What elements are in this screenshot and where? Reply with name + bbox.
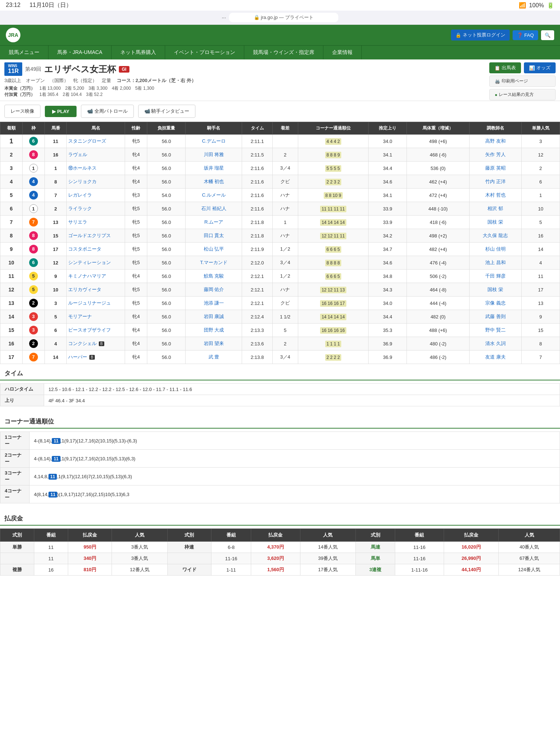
gate-cell: 2	[22, 337, 44, 351]
trainer-link[interactable]: 清水 久詞	[485, 341, 506, 346]
table-row: 12 5 10 エリカヴィータ 牝5 56.0 藤岡 佑介 2:12.1 ハナ …	[0, 283, 560, 297]
horse-link[interactable]: ハーパー	[68, 354, 87, 360]
trainer-link[interactable]: 野中 賢二	[485, 327, 506, 333]
corner-order: 8 8 8 8	[325, 260, 342, 266]
odds-button[interactable]: 📊 オッズ	[524, 62, 556, 73]
jockey-link[interactable]: C.ルメール	[202, 192, 226, 198]
jockey-link[interactable]: 池添 謙一	[204, 300, 224, 306]
info-icon: ●	[495, 92, 497, 97]
horse-link[interactable]: コスタボニータ	[68, 246, 101, 252]
horse-link[interactable]: モリアーナ	[68, 314, 92, 319]
jockey-link[interactable]: 岩田 望来	[204, 341, 224, 346]
halon-label: ハロンタイム	[0, 384, 44, 395]
nav-item-company[interactable]: 企業情報	[323, 46, 362, 59]
wifi-icon: 📶	[519, 2, 526, 9]
gate-badge: 8	[29, 150, 38, 159]
trainer-link[interactable]: 矢作 芳人	[485, 152, 506, 157]
nav-item-menu[interactable]: 競馬メニュー	[0, 46, 48, 59]
horse-link[interactable]: ピースオブザライフ	[68, 327, 111, 333]
result-guide-button[interactable]: ● レース結果の見方	[489, 89, 556, 100]
race-video-button[interactable]: レース映像	[4, 105, 40, 118]
horse-link[interactable]: ⑱ホールネス	[68, 165, 97, 171]
last3f-cell: 34.1	[369, 189, 407, 202]
jockey-link[interactable]: T.マーカンド	[200, 260, 228, 265]
table-row: 10 6 12 シンティレーション 牝5 56.0 T.マーカンド 2:12.0…	[0, 256, 560, 270]
jockey-link[interactable]: 木幡 初也	[204, 179, 224, 184]
trainer-link[interactable]: 木村 哲也	[485, 192, 506, 198]
horse-link[interactable]: シンリョクカ	[68, 179, 97, 184]
jockey-link[interactable]: 石川 裕紀人	[201, 206, 226, 211]
table-row: 13 2 3 ルージュリナージュ 牝5 56.0 池添 謙一 2:12.1 クビ…	[0, 297, 560, 310]
nav-item-event[interactable]: イベント・プロモーション	[165, 46, 244, 59]
horse-link[interactable]: キミノナハマリア	[68, 273, 106, 279]
browser-url[interactable]: 🔒 jra.go.jp — プライベート	[229, 13, 338, 22]
horse-link[interactable]: ゴールドエクリプス	[68, 233, 111, 238]
trainer-link[interactable]: 友道 康夫	[485, 354, 506, 360]
gate-badge: 6	[29, 137, 38, 146]
patrol-button[interactable]: 📹 全周パトロール	[81, 105, 134, 118]
col-popularity2: 人気	[112, 529, 167, 542]
trainer-link[interactable]: 竹内 正洋	[485, 179, 506, 184]
trainer-link[interactable]: 相沢 郁	[487, 206, 503, 211]
horse-link[interactable]: サリエラ	[68, 219, 87, 225]
jockey-link[interactable]: R.ムーア	[204, 219, 223, 225]
umahyo-button[interactable]: 📋 出馬表	[489, 62, 521, 73]
trainer-link[interactable]: 千田 輝彦	[485, 273, 506, 279]
jockey-link[interactable]: 坂井 瑠星	[204, 165, 224, 171]
print-button[interactable]: 🖨️ 印刷用ページ	[489, 76, 556, 87]
horse-link[interactable]: レガレイラ	[68, 192, 92, 198]
trainer-link[interactable]: 池上 昌和	[485, 260, 506, 265]
jockey-link[interactable]: 団野 大成	[204, 327, 224, 333]
jockey-link[interactable]: 藤岡 佑介	[204, 287, 224, 292]
horse-link[interactable]: スタニングローズ	[68, 138, 106, 144]
nav-item-baken[interactable]: 馬券・JRA-UMACA	[48, 46, 112, 59]
jockey-link[interactable]: 田口 貫太	[204, 233, 224, 238]
horse-name-cell: ラヴェル	[67, 148, 125, 162]
time-cell: 2:11.6	[242, 202, 272, 216]
trainer-link[interactable]: 杉山 佳明	[485, 246, 506, 252]
jockey-link[interactable]: 武 豊	[209, 354, 219, 360]
jockey-link[interactable]: 松山 弘平	[204, 246, 224, 252]
trainer-link[interactable]: 大久保 龍志	[483, 233, 508, 238]
faq-button[interactable]: ❓ FAQ	[513, 30, 538, 40]
popularity-cell: 10	[521, 202, 560, 216]
trainer-link[interactable]: 宗像 義忠	[485, 300, 506, 306]
horse-link[interactable]: ルージュリナージュ	[68, 300, 111, 306]
sex-age-cell: 牝5	[125, 283, 147, 297]
play-button[interactable]: ▶ PLAY	[45, 106, 77, 117]
corner-row: 3コーナー 4,14,8,11,1(9,17)(12,16)7(2,10,15)…	[0, 468, 560, 485]
weight-cell: 56.0	[147, 297, 186, 310]
trainer-link[interactable]: 国枝 栄	[487, 287, 503, 292]
trainer-link[interactable]: 藤原 英昭	[485, 165, 506, 171]
weight-cell: 56.0	[147, 324, 186, 337]
nav-item-venue[interactable]: 競馬場・ウインズ・指定席	[244, 46, 323, 59]
jockey-link[interactable]: 岩田 康誠	[204, 314, 224, 319]
trainer-link[interactable]: 国枝 栄	[487, 219, 503, 225]
horse-num-cell: 16	[44, 148, 67, 162]
jockey-interview-button[interactable]: 📹 騎手インタビュー	[138, 105, 196, 118]
horse-link[interactable]: エリカヴィータ	[68, 287, 101, 292]
rank-cell: 15	[0, 324, 23, 337]
trainer-link[interactable]: 高野 友和	[485, 138, 506, 144]
login-button[interactable]: 🔒 ネット投票ログイン	[451, 30, 510, 40]
nav-item-purchase[interactable]: ネット馬券購入	[112, 46, 165, 59]
trainer-cell: 藤原 英昭	[469, 162, 521, 175]
table-row: 5 4 7 レガレイラ 牝3 54.0 C.ルメール 2:11.6 ハナ 8 8…	[0, 189, 560, 202]
race-round-badge: WIN5 11R	[4, 62, 22, 76]
jockey-link[interactable]: 鮫島 克駿	[204, 273, 224, 279]
num3: 11-16	[395, 553, 444, 564]
horse-link[interactable]: ラヴェル	[68, 152, 87, 157]
trainer-link[interactable]: 武藤 善則	[485, 314, 506, 319]
horse-num-cell: 2	[44, 202, 67, 216]
horse-link[interactable]: コンクシェル	[68, 341, 97, 346]
jockey-cell: 岩田 康誠	[186, 310, 242, 324]
horse-name-cell: ルージュリナージュ	[67, 297, 125, 310]
horse-link[interactable]: ライラック	[68, 206, 92, 211]
last3f-cell: 34.4	[369, 162, 407, 175]
corner-section-title: コーナー通過順位	[0, 412, 560, 429]
jockey-link[interactable]: 川田 将雅	[204, 152, 224, 157]
body-weight-cell: 444 (-4)	[407, 297, 469, 310]
horse-link[interactable]: シンティレーション	[68, 260, 111, 265]
search-button[interactable]: 🔍	[541, 30, 554, 40]
jockey-link[interactable]: C.デムーロ	[202, 138, 226, 144]
